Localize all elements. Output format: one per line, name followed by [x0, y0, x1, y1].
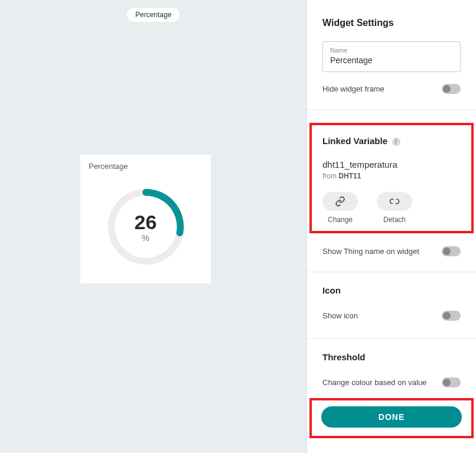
settings-panel: Widget Settings Name Hide widget frame L… [307, 0, 476, 453]
show-thing-name-toggle[interactable] [442, 246, 461, 256]
done-button[interactable]: DONE [321, 406, 462, 428]
icon-section-title: Icon [322, 285, 461, 295]
threshold-colour-label: Change colour based on value [322, 378, 426, 387]
widget-title: Percentage [89, 162, 203, 171]
unlink-icon [389, 196, 400, 207]
percentage-widget[interactable]: Percentage 26 % [80, 155, 211, 283]
detach-variable-button[interactable]: Detach [377, 192, 412, 224]
hide-frame-label: Hide widget frame [322, 84, 384, 93]
link-icon [335, 196, 345, 207]
canvas-area: Percentage Percentage 26 % [0, 0, 307, 453]
hide-frame-toggle[interactable] [442, 84, 461, 94]
show-thing-name-label: Show Thing name on widget [322, 247, 419, 256]
variable-name: dht11_temperatura [322, 159, 461, 170]
show-icon-label: Show icon [322, 311, 358, 320]
change-variable-button[interactable]: Change [322, 192, 358, 224]
gauge-unit: % [142, 233, 149, 243]
widget-type-chip: Percentage [127, 8, 180, 22]
change-label: Change [328, 216, 353, 224]
name-label: Name [330, 47, 453, 54]
divider [307, 109, 476, 110]
divider [307, 272, 476, 272]
done-highlight: DONE [309, 398, 474, 438]
variable-source: from DHT11 [322, 172, 461, 180]
name-field-wrapper[interactable]: Name [322, 41, 461, 72]
threshold-section-title: Threshold [322, 352, 461, 362]
linked-variable-highlight: Linked Variable i dht11_temperatura from… [309, 123, 474, 233]
panel-heading: Widget Settings [322, 18, 461, 28]
info-icon[interactable]: i [392, 138, 400, 146]
show-icon-toggle[interactable] [442, 311, 461, 321]
detach-label: Detach [383, 216, 406, 224]
gauge-value: 26 [135, 211, 157, 234]
threshold-colour-toggle[interactable] [442, 377, 461, 387]
linked-variable-title: Linked Variable [322, 136, 387, 146]
gauge: 26 % [105, 185, 187, 268]
gauge-container: 26 % [89, 177, 203, 277]
divider [307, 338, 476, 339]
name-input[interactable] [330, 56, 453, 65]
